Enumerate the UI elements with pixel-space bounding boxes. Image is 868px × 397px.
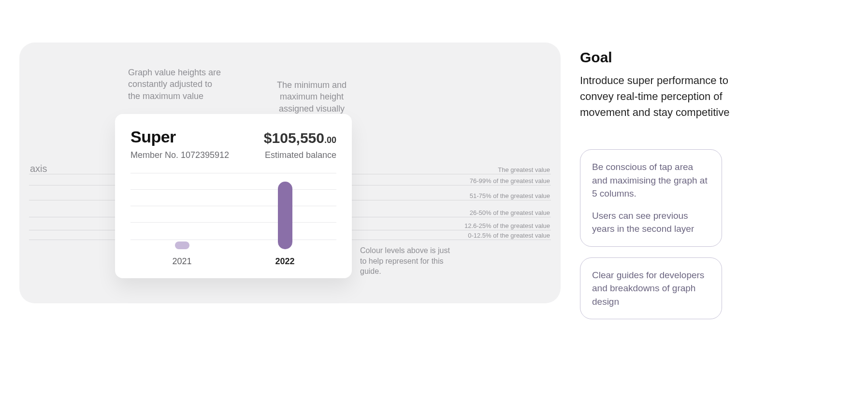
goal-column: Goal Introduce super performance to conv… (580, 49, 744, 330)
gridline-label: 12.6-25% of the greatest value (464, 222, 550, 229)
note-text: Clear guides for developers and breakdow… (592, 269, 710, 309)
year-label-2021: 2021 (172, 256, 191, 267)
gridline-label: 51-75% of the greatest value (470, 192, 550, 199)
estimated-balance-label: Estimated balance (265, 150, 336, 160)
gridline-label: 76-99% of the greatest value (470, 177, 550, 184)
note-card-tap-area: Be conscious of tap area and maximising … (580, 149, 722, 247)
gridline-label: The greatest value (498, 166, 550, 173)
member-number: Member No. 1072395912 (130, 150, 229, 160)
annotation-graph-heights: Graph value heights are constantly adjus… (128, 67, 225, 102)
year-label-2022: 2022 (275, 256, 294, 267)
bar-2021-shape (175, 241, 189, 249)
gridline-label: 26-50% of the greatest value (470, 209, 550, 216)
note-card-dev-guides: Clear guides for developers and breakdow… (580, 257, 722, 320)
note-text: Users can see previous years in the seco… (592, 209, 710, 236)
balance-chart: 2021 2022 (130, 169, 336, 269)
goal-body: Introduce super performance to convey re… (580, 72, 744, 120)
goal-heading: Goal (580, 49, 744, 66)
annotation-colour-note: Colour levels above is just to help repr… (360, 245, 452, 277)
bar-2022[interactable] (256, 182, 314, 249)
super-balance-card: Super $105,550.00 Member No. 1072395912 … (115, 114, 352, 278)
estimated-balance-value: $105,550.00 (264, 130, 336, 146)
annotation-min-max: The minimum and maximum height assigned … (263, 79, 360, 114)
card-title: Super (130, 128, 176, 146)
bar-2022-shape (278, 182, 292, 249)
balance-whole: $105,550 (264, 130, 324, 146)
chart-gridline (130, 173, 336, 173)
gridline-label: 0-12.5% of the greatest value (468, 232, 550, 239)
axis-label: axis (30, 163, 47, 174)
balance-cents: .00 (324, 135, 336, 145)
design-spec-panel: Graph value heights are constantly adjus… (19, 43, 561, 303)
note-text: Be conscious of tap area and maximising … (592, 160, 710, 200)
bar-2021[interactable] (153, 241, 211, 249)
